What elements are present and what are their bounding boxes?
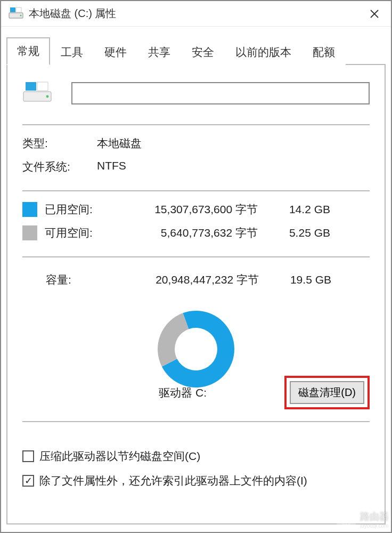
filesystem-row: 文件系统: NTFS — [22, 159, 370, 174]
used-swatch-icon — [22, 202, 37, 217]
svg-rect-8 — [37, 82, 48, 91]
index-label: 除了文件属性外，还允许索引此驱动器上文件的内容(I) — [39, 473, 307, 488]
tab-previous-versions[interactable]: 以前的版本 — [225, 38, 302, 65]
divider — [22, 421, 370, 422]
capacity-gb: 19.5 GB — [278, 273, 331, 286]
free-swatch-icon — [22, 225, 37, 240]
close-button[interactable] — [362, 2, 387, 26]
used-space-row: 已用空间: 15,307,673,600 字节 14.2 GB — [22, 202, 370, 217]
window-title: 本地磁盘 (C:) 属性 — [29, 6, 362, 21]
type-row: 类型: 本地磁盘 — [22, 136, 370, 151]
index-checkbox-row[interactable]: ✓ 除了文件属性外，还允许索引此驱动器上文件的内容(I) — [22, 473, 370, 488]
tab-hardware[interactable]: 硬件 — [94, 38, 137, 65]
tab-security[interactable]: 安全 — [181, 38, 225, 65]
used-bytes: 15,307,673,600 字节 — [119, 202, 258, 217]
free-bytes: 5,640,773,632 字节 — [119, 225, 258, 240]
watermark-icon — [336, 508, 357, 530]
drive-name-input[interactable] — [71, 82, 370, 104]
filesystem-value: NTFS — [97, 159, 126, 174]
tab-general[interactable]: 常规 — [6, 37, 50, 65]
used-label: 已用空间: — [45, 202, 119, 217]
compress-checkbox[interactable] — [22, 450, 34, 462]
tab-quota[interactable]: 配额 — [302, 38, 346, 65]
type-value: 本地磁盘 — [97, 136, 142, 151]
titlebar: 本地磁盘 (C:) 属性 — [1, 1, 391, 27]
type-label: 类型: — [22, 136, 92, 151]
svg-point-3 — [20, 14, 21, 16]
svg-rect-1 — [10, 7, 15, 12]
capacity-row: 容量: 20,948,447,232 字节 19.5 GB — [22, 272, 370, 287]
divider — [22, 256, 370, 257]
properties-window: 本地磁盘 (C:) 属性 常规 工具 硬件 共享 安全 以前的版本 配额 — [0, 0, 392, 533]
svg-point-11 — [345, 518, 348, 521]
tab-bar: 常规 工具 硬件 共享 安全 以前的版本 配额 — [6, 36, 386, 65]
drive-large-icon — [22, 79, 53, 107]
compress-label: 压缩此驱动器以节约磁盘空间(C) — [39, 449, 200, 464]
watermark: 路由器 luyouqi.com — [336, 508, 389, 530]
free-gb: 5.25 GB — [277, 227, 330, 239]
filesystem-label: 文件系统: — [22, 159, 92, 174]
watermark-sub: luyouqi.com — [360, 523, 389, 529]
capacity-bytes: 20,948,447,232 字节 — [120, 272, 259, 287]
svg-rect-2 — [16, 7, 21, 12]
divider — [22, 190, 370, 191]
used-gb: 14.2 GB — [277, 203, 330, 216]
tab-tools[interactable]: 工具 — [50, 38, 94, 65]
drive-icon — [9, 6, 23, 21]
svg-point-9 — [46, 95, 49, 98]
compress-checkbox-row[interactable]: 压缩此驱动器以节约磁盘空间(C) — [22, 449, 370, 464]
divider — [22, 124, 370, 125]
svg-rect-7 — [26, 82, 36, 91]
watermark-text: 路由器 — [360, 510, 389, 523]
index-checkbox[interactable]: ✓ — [22, 475, 34, 487]
tab-sharing[interactable]: 共享 — [137, 38, 181, 65]
close-icon — [370, 9, 379, 19]
free-label: 可用空间: — [45, 225, 119, 240]
capacity-label: 容量: — [46, 272, 120, 287]
general-panel: 类型: 本地磁盘 文件系统: NTFS 已用空间: 15,307,673,600… — [6, 65, 386, 524]
usage-donut-chart — [22, 301, 370, 397]
free-space-row: 可用空间: 5,640,773,632 字节 5.25 GB — [22, 225, 370, 240]
